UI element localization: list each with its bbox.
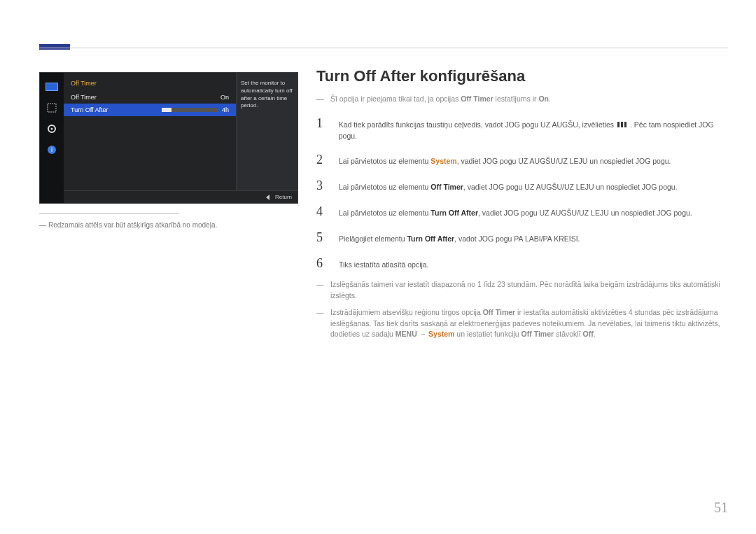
osd-sidebar: i <box>40 73 64 203</box>
caption-rule <box>39 213 179 214</box>
step-item: 3 Lai pārvietotos uz elementu Off Timer,… <box>316 173 728 199</box>
step-number: 3 <box>316 178 329 193</box>
page-title: Turn Off After konfigurēšana <box>316 67 728 85</box>
step-item: 1 Kad tiek parādīts funkcijas taustiņu c… <box>316 111 728 148</box>
info-icon: i <box>45 144 59 155</box>
osd-description: Set the monitor to automatically turn of… <box>236 73 298 190</box>
step-number: 1 <box>316 116 329 131</box>
osd-list: Off Timer Off Timer On Turn Off After 4h <box>64 73 236 190</box>
gear-icon <box>45 123 59 134</box>
display-icon <box>45 102 59 113</box>
osd-main: Off Timer Off Timer On Turn Off After 4h… <box>64 73 298 203</box>
step-text: Lai pārvietotos uz elementu System, vadi… <box>339 156 671 167</box>
step-number: 4 <box>316 204 329 219</box>
osd-row-label: Off Timer <box>71 94 97 101</box>
osd-row-off-timer: Off Timer On <box>64 91 236 104</box>
svg-rect-1 <box>48 104 56 112</box>
footnote-2: Izstrādājumiem atsevišķu reģionu tirgos … <box>325 307 728 340</box>
osd-footer: Return <box>64 190 298 203</box>
osd-slider <box>162 108 218 112</box>
figure-caption: ―Redzamais attēls var būt atšķirīgs atka… <box>39 221 217 229</box>
osd-row-label: Turn Off After <box>71 106 108 113</box>
menu-icon <box>617 122 629 129</box>
step-item: 4 Lai pārvietotos uz elementu Turn Off A… <box>316 199 728 225</box>
osd-row-turn-off-after: Turn Off After 4h <box>64 104 236 116</box>
step-number: 6 <box>316 256 329 271</box>
header-accent-bar <box>39 44 70 50</box>
osd-section-title: Off Timer <box>64 77 236 91</box>
footnote-1: Izslēgšanās taimeri var iestatīt diapazo… <box>325 279 728 302</box>
page-number: 51 <box>714 500 728 516</box>
step-text: Lai pārvietotos uz elementu Off Timer, v… <box>339 182 678 193</box>
svg-point-3 <box>51 128 53 130</box>
step-text: Tiks iestatīta atlasītā opcija. <box>339 260 429 271</box>
svg-rect-0 <box>46 83 58 91</box>
back-arrow-icon <box>266 195 270 200</box>
step-text: Pielāgojiet elementu Turn Off After, vad… <box>339 234 580 245</box>
osd-preview: i Off Timer Off Timer On Turn Off After … <box>39 72 298 204</box>
precondition-note: Šī opcija ir pieejama tikai tad, ja opci… <box>325 94 728 105</box>
step-item: 6 Tiks iestatīta atlasītā opcija. <box>316 251 728 276</box>
step-text: Lai pārvietotos uz elementu Turn Off Aft… <box>339 208 692 219</box>
osd-row-value: On <box>220 94 229 101</box>
step-item: 5 Pielāgojiet elementu Turn Off After, v… <box>316 225 728 251</box>
osd-return-label: Return <box>275 194 292 200</box>
step-number: 2 <box>316 153 329 167</box>
step-item: 2 Lai pārvietotos uz elementu System, va… <box>316 147 728 173</box>
osd-row-value: 4h <box>222 106 229 113</box>
content-column: Turn Off After konfigurēšana Šī opcija i… <box>316 67 728 346</box>
step-text: Kad tiek parādīts funkcijas taustiņu ceļ… <box>339 120 728 142</box>
step-number: 5 <box>316 230 329 245</box>
svg-text:i: i <box>51 146 52 153</box>
steps-list: 1 Kad tiek parādīts funkcijas taustiņu c… <box>316 111 728 277</box>
picture-icon <box>45 81 59 92</box>
header-rule <box>39 48 728 48</box>
